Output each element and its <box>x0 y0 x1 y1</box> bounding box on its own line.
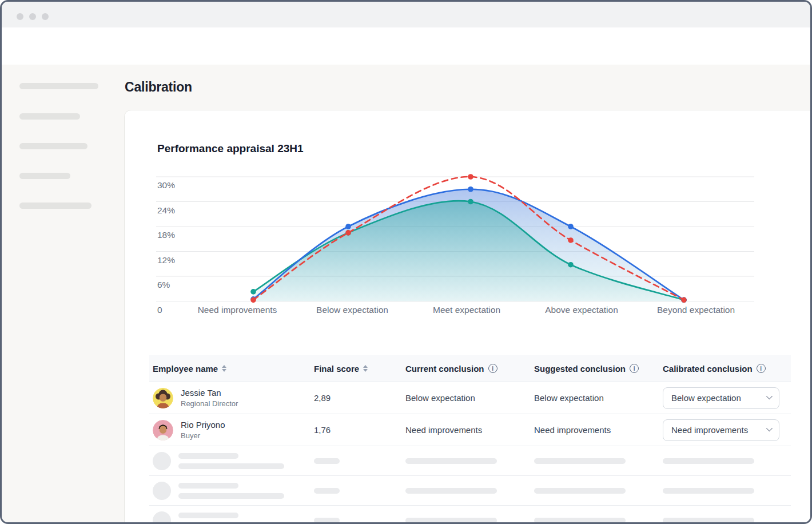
calibrated-conclusion-dropdown[interactable]: Below expectation <box>663 387 779 409</box>
svg-text:12%: 12% <box>157 255 175 265</box>
calibrated-conclusion-cell: Need improvements <box>663 419 791 441</box>
chart-title: Performance appraisal 23H1 <box>157 142 304 155</box>
column-header: Current conclusion <box>405 364 534 374</box>
dropdown-value: Below expectation <box>671 393 741 403</box>
current-conclusion-cell: Below expectation <box>405 393 534 403</box>
sidebar-skeleton-item <box>19 173 70 179</box>
chevron-down-icon <box>766 424 773 431</box>
calibrated-conclusion-dropdown[interactable]: Need improvements <box>663 419 779 441</box>
svg-text:Beyond expectation: Beyond expectation <box>657 305 735 315</box>
svg-text:0: 0 <box>157 305 162 315</box>
dropdown-value: Need improvements <box>671 425 748 435</box>
svg-text:24%: 24% <box>157 205 175 215</box>
column-header-label: Employee name <box>153 364 218 374</box>
employee-role: Buyer <box>181 431 225 440</box>
column-header[interactable]: Employee name <box>149 364 314 374</box>
final-score-cell: 1,76 <box>314 425 405 435</box>
table-row: Jessie TanRegional Director2,89Below exp… <box>149 382 791 414</box>
avatar <box>153 388 173 408</box>
table-skeleton-rows <box>149 446 791 524</box>
avatar <box>153 420 173 440</box>
sidebar-skeleton-item <box>19 83 98 89</box>
column-header: Suggested conclusion <box>534 364 663 374</box>
svg-text:Need improvements: Need improvements <box>198 305 277 315</box>
svg-text:6%: 6% <box>157 280 170 289</box>
page-title: Calibration <box>125 80 192 95</box>
skeleton-row <box>149 446 791 476</box>
column-header: Calibrated conclusion <box>663 364 791 374</box>
info-icon[interactable] <box>630 364 639 373</box>
performance-distribution-chart: 30%24%18%12%6%0Need improvementsBelow ex… <box>125 168 812 320</box>
window-control-close-icon[interactable] <box>17 13 23 20</box>
window-control-maximize-icon[interactable] <box>42 13 49 20</box>
skeleton-row <box>149 506 791 524</box>
table-body: Jessie TanRegional Director2,89Below exp… <box>149 382 791 446</box>
sidebar-skeleton-item <box>19 143 87 149</box>
svg-text:Above expectation: Above expectation <box>545 305 618 315</box>
employee-cell: Jessie TanRegional Director <box>149 388 314 408</box>
column-header-label: Calibrated conclusion <box>663 364 753 374</box>
employee-role: Regional Director <box>181 399 238 408</box>
calibration-card: Performance appraisal 23H1 30%24%18%12%6… <box>124 110 812 524</box>
svg-text:30%: 30% <box>157 180 175 190</box>
browser-window: Calibration Performance appraisal 23H1 3… <box>0 0 812 524</box>
column-header-label: Current conclusion <box>405 364 484 374</box>
calibration-table: Employee nameFinal scoreCurrent conclusi… <box>149 355 791 524</box>
final-score-cell: 2,89 <box>314 393 405 403</box>
column-header-label: Suggested conclusion <box>534 364 626 374</box>
column-header-label: Final score <box>314 364 359 374</box>
sidebar-skeleton-item <box>19 203 91 209</box>
column-header[interactable]: Final score <box>314 364 405 374</box>
chevron-down-icon <box>766 392 773 399</box>
calibrated-conclusion-cell: Below expectation <box>663 387 791 409</box>
sort-icon[interactable] <box>222 365 226 372</box>
sort-icon[interactable] <box>363 365 368 372</box>
current-conclusion-cell: Need improvements <box>405 425 534 435</box>
suggested-conclusion-cell: Need improvements <box>534 425 663 435</box>
svg-text:18%: 18% <box>157 230 175 240</box>
svg-text:Meet expectation: Meet expectation <box>433 305 500 315</box>
employee-name: Jessie Tan <box>181 388 238 398</box>
skeleton-row <box>149 476 791 506</box>
table-row: Rio PriyonoBuyer1,76Need improvementsNee… <box>149 414 791 446</box>
employee-cell: Rio PriyonoBuyer <box>149 420 314 440</box>
info-icon[interactable] <box>488 364 497 373</box>
svg-text:Below expectation: Below expectation <box>316 305 388 315</box>
employee-name: Rio Priyono <box>181 420 225 430</box>
table-header: Employee nameFinal scoreCurrent conclusi… <box>149 355 791 382</box>
browser-toolbar <box>2 27 810 65</box>
sidebar-skeleton-item <box>19 113 80 120</box>
window-titlebar <box>2 2 810 27</box>
suggested-conclusion-cell: Below expectation <box>534 393 663 403</box>
window-control-minimize-icon[interactable] <box>29 13 36 20</box>
info-icon[interactable] <box>757 364 766 373</box>
